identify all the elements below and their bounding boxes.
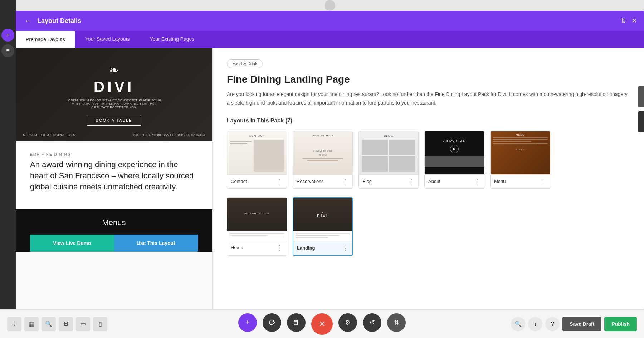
right-panel-bottom (638, 111, 644, 132)
save-draft-button[interactable]: Save Draft (562, 317, 601, 331)
preview-hero: ❧ DIVI LOREM IPSUM DOLOR SIT AMET CONSEC… (16, 48, 212, 141)
home-thumb-logo: WELCOME TO DIVI (244, 213, 269, 215)
layout-name-reservations: Reservations (297, 179, 324, 184)
toolbar-mobile-button[interactable]: ▯ (93, 317, 107, 331)
content-panel: Food & Drink Fine Dining Landing Page Ar… (213, 48, 644, 309)
thumb-contact-title: CONTACT (230, 134, 284, 140)
menu-thumb-lines (493, 137, 548, 146)
modal-header: ← Layout Details ⇅ ✕ (16, 11, 644, 31)
home-text-line-1 (229, 233, 284, 234)
layout-footer-menu: Menu ⋮ (491, 174, 550, 188)
category-badge: Food & Drink (227, 59, 263, 68)
toolbar-tablet-button[interactable]: ▭ (76, 317, 90, 331)
layout-menu-home[interactable]: ⋮ (277, 244, 283, 252)
layout-footer-contact: Contact ⋮ (227, 174, 287, 188)
toolbar-grid-button[interactable]: ▦ (24, 317, 39, 331)
view-live-demo-button[interactable]: View Live Demo (30, 235, 114, 252)
modal-tabs: Premade Layouts Your Saved Layouts Your … (16, 31, 644, 48)
layout-menu-contact[interactable]: ⋮ (277, 178, 283, 185)
layout-thumb-landing: ❧ DIVI (293, 198, 352, 241)
layout-card-about[interactable]: ABOUT US ▶ About ⋮ (424, 131, 484, 189)
hero-brand: DIVI (94, 78, 135, 96)
about-thumb-image (425, 156, 484, 167)
left-sidebar: + ≡ (0, 0, 16, 338)
layout-card-home[interactable]: WELCOME TO DIVI Home ⋮ (227, 197, 287, 256)
layout-menu-about[interactable]: ⋮ (474, 178, 480, 185)
hero-cta-button[interactable]: BOOK A TABLE (87, 115, 141, 126)
about-thumb-play: ▶ (450, 145, 459, 153)
toolbar-settings-button[interactable]: ⚙ (338, 313, 357, 332)
layout-name-about: About (428, 179, 440, 184)
header-actions: ⇅ ✕ (620, 17, 637, 25)
toolbar-history-button[interactable]: ↺ (363, 313, 381, 332)
preview-section-label: EMF FINE DINING (30, 153, 198, 156)
menu-line-1 (493, 137, 548, 138)
toolbar-power-button[interactable]: ⏻ (263, 313, 281, 332)
menu-thumb-inner: MENU Lunch (491, 131, 550, 174)
tab-saved-layouts[interactable]: Your Saved Layouts (75, 31, 140, 48)
tab-premade-layouts[interactable]: Premade Layouts (16, 31, 75, 48)
layout-footer-about: About ⋮ (425, 174, 484, 188)
hero-address: 1234 5TH ST. #1000, SAN FRANCISCO, CA 94… (131, 133, 205, 137)
toolbar-right-search-button[interactable]: 🔍 (511, 317, 525, 331)
publish-button[interactable]: Publish (604, 317, 637, 331)
hero-leaf-icon: ❧ (109, 63, 119, 77)
sidebar-menu-button[interactable]: ≡ (1, 44, 14, 57)
pack-description: Are you looking for an elegant design fo… (227, 90, 630, 107)
layout-name-blog: Blog (362, 179, 372, 184)
back-button[interactable]: ← (23, 15, 33, 26)
layout-card-reservations[interactable]: DINE WITH US 3 Ways to Dine@ Divi Reserv… (293, 131, 353, 189)
modal-title: Layout Details (37, 17, 620, 25)
home-thumb-text (227, 231, 287, 241)
use-this-layout-button[interactable]: Use This Layout (114, 235, 198, 252)
blog-grid-item-2 (389, 140, 415, 155)
layout-card-menu[interactable]: MENU Lunch Menu (490, 131, 550, 189)
toolbar-right: 🔍 ↕ ? Save Draft Publish (511, 317, 637, 331)
layout-name-contact: Contact (231, 179, 247, 184)
layout-menu-blog[interactable]: ⋮ (408, 178, 415, 185)
toolbar-center: + ⏻ 🗑 ✕ ⚙ ↺ ⇅ (238, 313, 406, 335)
preview-content-section: EMF FINE DINING An award-winning dining … (16, 141, 212, 209)
hero-hours: M-F: 5PM – 11PM S-S: 3PM – 12AM (23, 133, 76, 137)
modal-close-button[interactable]: ✕ (631, 17, 637, 25)
layout-thumb-about: ABOUT US ▶ (425, 131, 484, 174)
toolbar-sort-button[interactable]: ⇅ (387, 313, 406, 332)
menu-line-4 (493, 143, 548, 144)
landing-thumb-leaf: ❧ (322, 211, 324, 213)
toolbar-desktop-button[interactable]: 🖥 (59, 317, 73, 331)
toolbar-trash-button[interactable]: 🗑 (287, 313, 306, 332)
landing-thumb-brand: DIVI (317, 214, 328, 218)
layout-footer-landing: Landing ⋮ (293, 241, 352, 255)
toolbar-help-button[interactable]: ? (545, 317, 560, 331)
blog-grid-item-3 (362, 156, 388, 172)
toolbar-search-button[interactable]: 🔍 (42, 317, 56, 331)
toolbar-portability-button[interactable]: ↕ (528, 317, 542, 331)
preview-actions: View Live Demo Use This Layout (30, 235, 198, 252)
layout-menu-menu[interactable]: ⋮ (540, 178, 546, 185)
landing-text-line-2 (296, 235, 339, 236)
top-nav-circle (325, 0, 335, 11)
layout-card-contact[interactable]: CONTACT Contact (227, 131, 287, 189)
hero-tagline: LOREM IPSUM DOLOR SIT AMET CONSECTETUR A… (64, 98, 164, 109)
layout-card-landing[interactable]: ❧ DIVI Landing ⋮ (293, 197, 353, 256)
menu-line-3 (493, 141, 531, 142)
layout-thumb-blog: BLOG (359, 131, 418, 174)
landing-thumb-inner: ❧ DIVI (293, 198, 352, 241)
landing-thumb-text (293, 231, 352, 241)
preview-section-heading: An award-winning dining experience in th… (30, 159, 198, 192)
toolbar-add-button[interactable]: + (238, 313, 257, 332)
tab-existing-pages[interactable]: Your Existing Pages (140, 31, 205, 48)
home-thumb-hero: WELCOME TO DIVI (227, 198, 287, 231)
sidebar-add-button[interactable]: + (1, 29, 14, 42)
layout-footer-home: Home ⋮ (227, 241, 287, 255)
bottom-toolbar: ⋮ ▦ 🔍 🖥 ▭ ▯ + ⏻ 🗑 ✕ ⚙ ↺ ⇅ 🔍 ↕ ? Save Dra… (0, 309, 644, 338)
blog-grid-item-4 (389, 156, 415, 172)
sync-button[interactable]: ⇅ (620, 17, 626, 25)
toolbar-close-button[interactable]: ✕ (311, 313, 333, 335)
layout-card-blog[interactable]: BLOG Blog ⋮ (358, 131, 419, 189)
toolbar-dots-button[interactable]: ⋮ (7, 317, 21, 331)
layouts-grid-row2: WELCOME TO DIVI Home ⋮ (227, 197, 630, 256)
layout-menu-reservations[interactable]: ⋮ (342, 178, 349, 185)
layout-menu-landing[interactable]: ⋮ (342, 244, 348, 252)
thumb-reservations-title: DINE WITH US (296, 134, 350, 139)
